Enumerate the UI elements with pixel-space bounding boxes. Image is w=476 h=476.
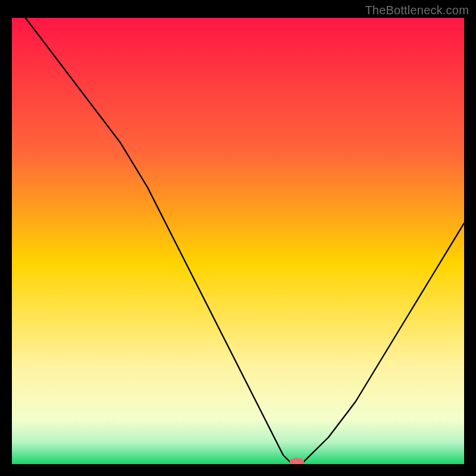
chart-frame: TheBottleneck.com	[0, 0, 476, 476]
gradient-background	[12, 18, 464, 464]
chart-svg	[12, 18, 464, 464]
watermark-text: TheBottleneck.com	[365, 4, 469, 17]
plot-area	[12, 18, 464, 464]
